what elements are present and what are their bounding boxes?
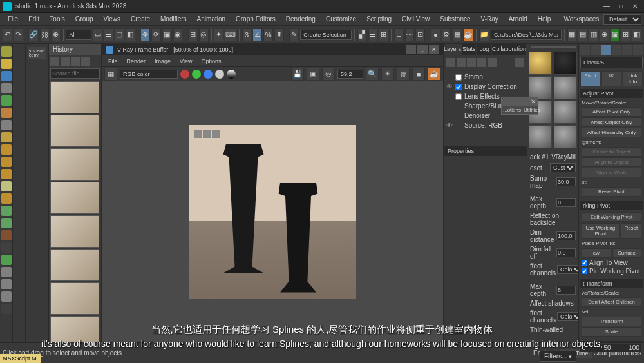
close-button[interactable]: ✕ — [629, 2, 641, 11]
minimize-button[interactable]: — — [600, 2, 613, 11]
mat-type-label[interactable]: VRayMtl — [551, 153, 576, 161]
layers-tool-2-icon[interactable] — [457, 58, 466, 67]
tool-j-icon[interactable] — [1, 279, 12, 289]
align-to-world-button[interactable]: Align to World — [582, 168, 641, 177]
vfb-render-icon[interactable]: ☕ — [428, 68, 440, 81]
affect-object-button[interactable]: Affect Object Only — [582, 117, 641, 127]
camera-icon[interactable] — [1, 71, 12, 81]
vfb-minimize-button[interactable]: — — [406, 45, 416, 54]
green-channel-button[interactable] — [192, 70, 201, 79]
dimfall-input[interactable] — [556, 248, 576, 257]
vfb-viewport[interactable] — [102, 81, 443, 342]
curve-editor-button[interactable]: 〰 — [405, 28, 415, 41]
maximize-button[interactable]: □ — [614, 2, 627, 11]
bump-input[interactable] — [556, 177, 576, 186]
menu-substance[interactable]: Substance — [435, 14, 475, 25]
undo-button[interactable]: ↶ — [3, 28, 12, 41]
tb-extra-2[interactable]: ▤ — [578, 28, 587, 41]
align-view-check[interactable] — [582, 260, 587, 266]
tb-extra-6[interactable]: ⊞ — [621, 28, 630, 41]
menu-rendering[interactable]: Rendering — [281, 14, 321, 25]
vfb-zoom-icon[interactable]: 🔍 — [366, 68, 379, 81]
material-slot[interactable] — [554, 76, 577, 99]
select-region-button[interactable]: ▢ — [115, 28, 124, 41]
vfb-solo-icon[interactable]: ☀ — [381, 68, 394, 81]
edit-sel-button[interactable]: ✎ — [289, 28, 299, 41]
dont-affect-button[interactable]: Don't Affect Children — [582, 297, 641, 307]
vfb-menu-image[interactable]: Image — [151, 57, 175, 66]
manipulate-button[interactable]: ✦ — [214, 28, 223, 41]
tb-extra-4[interactable]: ⊕ — [600, 28, 609, 41]
selection-filter[interactable] — [66, 30, 91, 40]
scene-convert-button[interactable]: y scene conv. — [28, 47, 46, 59]
material-slot[interactable] — [529, 52, 552, 75]
material-editor-button[interactable]: ● — [431, 28, 440, 41]
vfb-value-input[interactable] — [337, 70, 363, 79]
percent-snap-button[interactable]: % — [263, 28, 273, 41]
keyboard-button[interactable]: ⌨ — [225, 28, 236, 41]
vfb-save-icon[interactable]: 💾 — [291, 68, 304, 81]
tool-l-icon[interactable] — [1, 304, 12, 314]
helper-icon[interactable] — [1, 83, 12, 93]
red-channel-button[interactable] — [180, 70, 189, 79]
workspace-select[interactable]: Default — [603, 14, 641, 25]
window-crossing-button[interactable]: ◧ — [126, 28, 135, 41]
material-slot[interactable] — [554, 101, 577, 124]
select-name-button[interactable]: ☰ — [104, 28, 113, 41]
pivot-button[interactable]: Pivot — [580, 71, 600, 86]
tab-log[interactable]: Log — [477, 44, 491, 55]
display-tab-icon[interactable] — [622, 45, 632, 55]
angle-snap-button[interactable]: ∠ — [252, 28, 262, 41]
tool-a-icon[interactable] — [1, 169, 12, 179]
menu-views[interactable]: Views — [99, 14, 126, 25]
menu-animation[interactable]: Animation — [192, 14, 231, 25]
unlink-button[interactable]: ⛓ — [40, 28, 50, 41]
tool-k-icon[interactable] — [1, 291, 12, 302]
dialog-tab-motions[interactable]: ...otions — [502, 106, 522, 114]
placement-button[interactable]: ◉ — [173, 28, 183, 41]
vfb-menu-render[interactable]: Render — [123, 57, 150, 66]
eye-icon[interactable]: 👁 — [446, 123, 453, 129]
tool-h-icon[interactable] — [1, 255, 12, 265]
array-button[interactable]: ⊞ — [379, 28, 388, 41]
layers-tool-4-icon[interactable] — [477, 58, 486, 67]
edit-wp-button[interactable]: Edit Working Pivot — [582, 212, 641, 222]
vfb-channel-prev-icon[interactable]: ▦ — [104, 68, 117, 81]
history-thumb[interactable] — [50, 249, 99, 281]
eye-icon[interactable] — [446, 113, 453, 119]
redo-button[interactable]: ↷ — [14, 28, 23, 41]
menu-create[interactable]: Create — [126, 14, 155, 25]
menu-group[interactable]: Group — [70, 14, 99, 25]
eye-icon[interactable] — [446, 74, 453, 81]
history-back-icon[interactable] — [50, 57, 59, 66]
open-file-button[interactable]: 📁 — [479, 28, 489, 41]
tool-i-icon[interactable] — [1, 267, 12, 277]
spinner-snap-button[interactable]: ⬍ — [274, 28, 284, 41]
bind-button[interactable]: ⊕ — [51, 28, 61, 41]
surface-button[interactable]: Surface — [612, 248, 642, 258]
tool-b-icon[interactable] — [1, 181, 12, 191]
rotate-button[interactable]: ⟳ — [151, 28, 161, 41]
link-info-button[interactable]: Link Info — [623, 71, 643, 86]
menu-scripting[interactable]: Scripting — [361, 14, 397, 25]
tb-extra-7[interactable]: ◧ — [632, 28, 641, 41]
ik-button[interactable]: IK — [601, 71, 621, 86]
pin-wp-check[interactable] — [582, 268, 587, 274]
tool-d-icon[interactable] — [1, 206, 12, 216]
vfb-channel-select[interactable] — [120, 70, 178, 79]
render-frame-button[interactable]: ▦ — [452, 28, 462, 41]
menu-customize[interactable]: Customize — [321, 14, 361, 25]
plant-icon[interactable] — [1, 95, 12, 106]
adjust-pivot-rollout[interactable]: Adjust Pivot — [580, 89, 643, 98]
system-icon[interactable] — [1, 157, 12, 167]
mono-channel-button[interactable] — [227, 70, 236, 79]
menu-vray[interactable]: V-Ray — [476, 14, 504, 25]
dim-input[interactable] — [556, 231, 576, 240]
menu-arnold[interactable]: Arnold — [504, 14, 533, 25]
affect-pivot-button[interactable]: Affect Pivot Only — [582, 107, 641, 117]
menu-help[interactable]: Help — [533, 14, 556, 25]
history-thumb[interactable] — [50, 115, 99, 147]
layer-display-correction-check[interactable] — [455, 84, 462, 90]
hierarchy-tab-icon[interactable] — [601, 45, 611, 55]
vfb-menu-options[interactable]: Options — [197, 57, 225, 66]
